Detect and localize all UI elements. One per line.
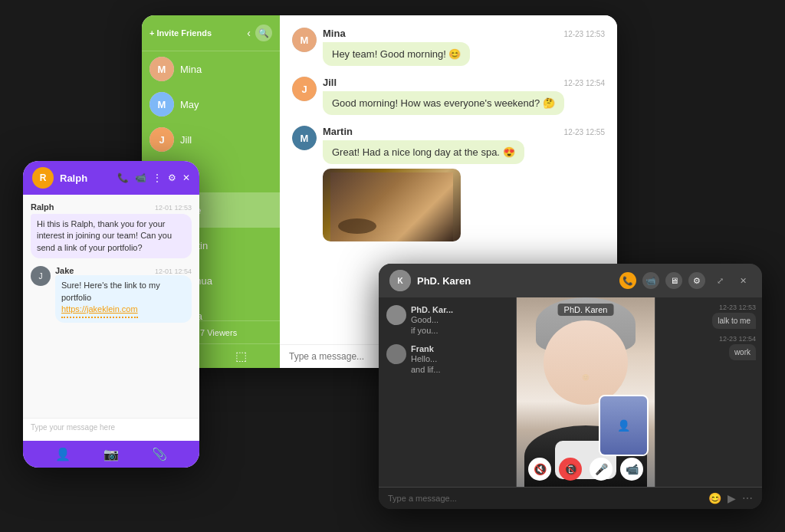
- mobile-message-bubble: Sure! Here's the link to my portfolio ht…: [55, 275, 192, 323]
- message-sender: Jill: [323, 77, 337, 88]
- message-time: 12-23 12:55: [564, 128, 605, 136]
- camera-icon[interactable]: 📷: [103, 447, 119, 461]
- message-bubble: work: [729, 344, 756, 360]
- avatar: M: [292, 28, 317, 52]
- mobile-message-time: 12-01 12:54: [155, 268, 192, 275]
- video-icon[interactable]: 📹: [135, 172, 146, 183]
- mobile-contact-name: Ralph: [60, 172, 111, 184]
- mobile-input-placeholder[interactable]: Type your message here: [31, 423, 192, 432]
- message-time: 12-23 12:54: [564, 79, 605, 87]
- search-icon: 🔍: [258, 28, 269, 38]
- emoji-icon[interactable]: 😊: [708, 492, 721, 504]
- video-footer-icons: 😊 ▶ ⋯: [708, 492, 753, 504]
- message-header: Mina 12-23 12:53: [323, 28, 605, 39]
- phone-icon[interactable]: 📞: [117, 172, 129, 183]
- message-content: Jill 12-23 12:54 Good morning! How was e…: [323, 77, 605, 115]
- mobile-chat-window: R Ralph 📞 📹 ⋮ ⚙ ✕ Ralph 12-01 12:53 Hi t…: [23, 161, 199, 468]
- video-chat-message: Frank Hello...and lif...: [386, 344, 508, 376]
- mobile-message: Ralph 12-01 12:53 Hi this is Ralph, than…: [31, 202, 192, 258]
- video-message-content: PhD. Kar... Good...if you...: [411, 305, 453, 337]
- video-input-placeholder[interactable]: Type a message...: [388, 494, 702, 503]
- settings-icon[interactable]: ⚙: [688, 272, 705, 289]
- message-row: M Martin 12-23 12:55 Great! Had a nice l…: [292, 126, 605, 241]
- mute-button[interactable]: 🔇: [528, 458, 551, 481]
- video-header-icons: 📞 📹 🖥 ⚙ ⤢ ✕: [619, 272, 751, 289]
- mobile-header: R Ralph 📞 📹 ⋮ ⚙ ✕: [23, 161, 199, 195]
- menu-icon[interactable]: ⋮: [153, 172, 162, 183]
- video-footer: Type a message... 😊 ▶ ⋯: [379, 487, 762, 509]
- video-chat-message: PhD. Kar... Good...if you...: [386, 305, 508, 337]
- attach-icon[interactable]: 📎: [152, 447, 167, 461]
- video-name-overlay: PhD. Karen: [558, 304, 614, 316]
- mobile-message-time: 12-01 12:53: [155, 204, 192, 212]
- invite-friends-label[interactable]: + Invite Friends: [149, 28, 212, 38]
- message-bubble: Hey team! Good morning! 😊: [323, 42, 470, 66]
- video-icon[interactable]: 📹: [642, 272, 659, 289]
- message-content: Martin 12-23 12:55 Great! Had a nice lon…: [323, 126, 605, 241]
- video-right-message: 12-23 12:54 work: [662, 335, 756, 360]
- video-right-chat: 12-23 12:53 lalk to me 12-23 12:54 work: [655, 297, 762, 487]
- end-call-button[interactable]: 📵: [559, 458, 582, 481]
- contact-item[interactable]: M Mina: [142, 51, 280, 87]
- mobile-message-sender: Ralph: [31, 202, 54, 212]
- video-header: K PhD. Karen 📞 📹 🖥 ⚙ ⤢ ✕: [379, 264, 762, 297]
- expand-icon[interactable]: ⤢: [711, 272, 728, 289]
- video-message-sender: PhD. Kar...: [411, 305, 453, 314]
- avatar: [386, 344, 406, 364]
- screen-share-icon[interactable]: 🖥: [665, 272, 682, 289]
- contact-item[interactable]: M May: [142, 87, 280, 122]
- mobile-header-icons: 📞 📹 ⋮ ⚙ ✕: [117, 172, 190, 183]
- video-right-messages: 12-23 12:53 lalk to me 12-23 12:54 work: [655, 297, 762, 487]
- mobile-message: J Jake 12-01 12:54 Sure! Here's the link…: [31, 266, 192, 323]
- video-chat-panel: PhD. Kar... Good...if you... Frank Hello…: [379, 297, 517, 487]
- contacts-icon[interactable]: 👤: [55, 447, 71, 461]
- mobile-message-header: Ralph 12-01 12:53: [31, 202, 192, 212]
- sidebar-header-icons: ‹ 🔍: [247, 25, 272, 41]
- contact-name: Mina: [180, 64, 202, 75]
- mobile-message-sender: Jake: [55, 266, 74, 275]
- video-message-text: Hello...and lif...: [411, 353, 441, 376]
- video-message-text: Good...if you...: [411, 314, 453, 337]
- message-header: Jill 12-23 12:54: [323, 77, 605, 88]
- search-button[interactable]: 🔍: [255, 25, 272, 41]
- close-icon[interactable]: ✕: [182, 172, 190, 183]
- video-contact-name: PhD. Karen: [417, 275, 613, 287]
- mobile-message-header: Jake 12-01 12:54: [55, 266, 192, 275]
- self-video: 👤: [599, 395, 649, 456]
- video-right-message: 12-23 12:53 lalk to me: [662, 304, 756, 329]
- portfolio-link[interactable]: https://jakeklein.com: [61, 304, 138, 314]
- sidebar-header: + Invite Friends ‹ 🔍: [142, 15, 280, 51]
- video-feed: 😊 PhD. Karen 👤 🔇 📵 🎤 📹: [517, 297, 655, 487]
- message-time: 12-23 12:53: [564, 30, 605, 38]
- message-time: 12-23 12:54: [719, 335, 756, 343]
- microphone-button[interactable]: 🎤: [590, 458, 613, 481]
- video-call-window: K PhD. Karen 📞 📹 🖥 ⚙ ⤢ ✕ PhD. Kar... Goo…: [379, 264, 762, 509]
- message-sender: Mina: [323, 28, 346, 39]
- avatar: J: [292, 77, 317, 101]
- message-bubble: Good morning! How was everyone's weekend…: [323, 91, 564, 115]
- message-sender: Martin: [323, 126, 353, 137]
- message-row: M Mina 12-23 12:53 Hey team! Good mornin…: [292, 28, 605, 66]
- self-video-feed: 👤: [600, 396, 647, 455]
- avatar: M: [292, 126, 317, 150]
- message-time: 12-23 12:53: [719, 304, 756, 311]
- contact-item[interactable]: J Jill: [142, 122, 280, 157]
- avatar: [386, 305, 406, 325]
- mobile-contact-avatar: R: [32, 167, 54, 189]
- video-body: PhD. Kar... Good...if you... Frank Hello…: [379, 297, 762, 487]
- mobile-messages: Ralph 12-01 12:53 Hi this is Ralph, than…: [23, 195, 199, 418]
- video-controls: 🔇 📵 🎤 📹: [528, 458, 643, 481]
- settings-icon[interactable]: ⚙: [168, 172, 176, 183]
- mobile-input-area: Type your message here: [23, 418, 199, 441]
- mobile-footer: 👤 📷 📎: [23, 441, 199, 468]
- phone-icon[interactable]: 📞: [619, 272, 636, 289]
- avatar: J: [149, 127, 174, 152]
- chevron-icon[interactable]: ‹: [247, 27, 251, 39]
- camera-button[interactable]: 📹: [620, 458, 643, 481]
- send-icon[interactable]: ▶: [728, 492, 736, 504]
- close-icon[interactable]: ✕: [734, 272, 751, 289]
- message-image: [323, 169, 461, 241]
- exit-icon[interactable]: ⬚: [235, 349, 247, 363]
- contact-name: May: [180, 99, 199, 110]
- attach-icon[interactable]: ⋯: [742, 492, 753, 504]
